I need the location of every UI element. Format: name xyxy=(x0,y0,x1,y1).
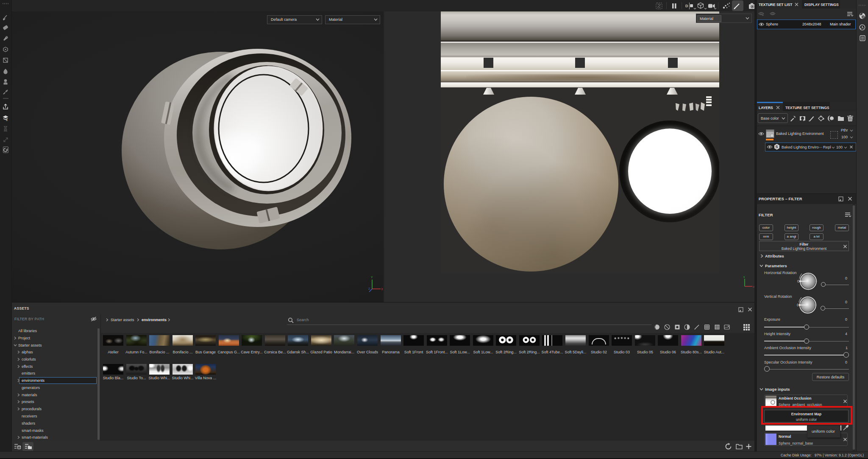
svg-text:D: D xyxy=(685,4,688,8)
svg-text:1: 1 xyxy=(6,118,8,121)
svg-text:Y: Y xyxy=(371,276,373,279)
svg-text:Z: Z xyxy=(368,287,370,290)
svg-text:X: X xyxy=(381,288,383,291)
svg-text:v: v xyxy=(743,275,745,278)
